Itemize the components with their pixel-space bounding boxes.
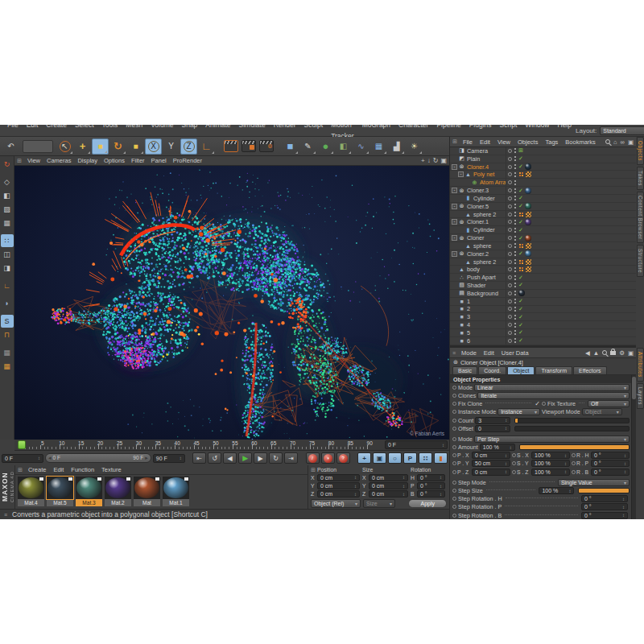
play-loop-button[interactable]: ↻	[269, 452, 283, 464]
search-icon[interactable]	[605, 138, 610, 146]
side-tab-takes[interactable]: Takes	[637, 167, 644, 190]
record-dot-icon[interactable]	[452, 470, 456, 474]
next-frame-button[interactable]: ▶	[254, 452, 267, 464]
y-axis-lock[interactable]: Y	[163, 138, 180, 155]
record-dot-icon[interactable]	[452, 386, 456, 390]
enable-toggle-icon[interactable]	[508, 275, 512, 279]
spinner-icon[interactable]: ↕	[624, 453, 626, 458]
workplane-mode[interactable]: ▦	[1, 217, 14, 229]
coord-field-position-y[interactable]: 0 cm↕	[317, 482, 360, 489]
spinner-icon[interactable]: ↕	[354, 492, 357, 497]
spinner-icon[interactable]: ↕	[505, 426, 507, 431]
lock-workplane[interactable]: ▦	[1, 346, 14, 359]
object-row-poly-net[interactable]: -▲Poly net	[450, 171, 636, 179]
key-pla-button[interactable]: ∷	[419, 452, 432, 464]
rotate-tool[interactable]: ↻	[109, 138, 126, 155]
enable-toggle-icon[interactable]	[508, 307, 512, 311]
play-forwards-button[interactable]: ▶	[238, 452, 252, 464]
material-mat-3[interactable]: Mat.3	[76, 477, 102, 506]
step-rotation-field[interactable]: 0 °↕	[581, 512, 628, 519]
object-row-2[interactable]: ■2✓	[450, 306, 636, 314]
enable-toggle-icon[interactable]	[508, 204, 512, 208]
home-icon[interactable]: ⌂	[613, 138, 617, 146]
display-tag-icon[interactable]	[518, 212, 524, 217]
texture-mode[interactable]: ▨	[1, 203, 14, 216]
edges-mode[interactable]: ◫	[1, 248, 14, 261]
expand-toggle[interactable]: -	[452, 219, 457, 225]
coord-size-dropdown[interactable]: Size▾	[363, 499, 395, 508]
side-tab-objects[interactable]: Objects	[637, 137, 644, 165]
record-dot-icon[interactable]	[452, 461, 456, 465]
om-menu-edit[interactable]: Edit	[477, 138, 493, 146]
object-row-body[interactable]: ▲body	[450, 266, 636, 274]
playhead[interactable]	[18, 440, 26, 449]
enable-toggle-icon[interactable]	[508, 236, 512, 240]
object-row-background[interactable]: ▤Background	[450, 290, 636, 298]
object-row-cloner-5[interactable]: -⊛Cloner.5✓	[450, 203, 636, 211]
material-mat[interactable]: Mat	[134, 477, 160, 506]
record-dot-icon[interactable]	[512, 470, 516, 474]
enable-toggle-icon[interactable]	[508, 180, 512, 184]
object-row-cylinder[interactable]: ▮Cylinder✓	[450, 226, 636, 234]
spinner-icon[interactable]: ↕	[440, 484, 442, 489]
object-row-camera[interactable]: ◨Camera⊞	[450, 147, 636, 155]
side-tab-attributes[interactable]: Attributes	[637, 348, 644, 382]
object-row-sphere-2[interactable]: ▲sphere 2	[450, 258, 636, 266]
enable-toggle-icon[interactable]	[508, 172, 512, 176]
enable-toggle-icon[interactable]	[508, 291, 512, 295]
display-tag-icon[interactable]	[518, 171, 524, 177]
record-dot-icon[interactable]	[572, 470, 576, 474]
enable-toggle-icon[interactable]	[508, 283, 512, 287]
frame-icon[interactable]: ▣	[628, 138, 634, 146]
coord-field-position-z[interactable]: 0 cm↕	[317, 490, 360, 497]
am-menu-edit[interactable]: Edit	[481, 349, 497, 357]
spinner-icon[interactable]: ↕	[568, 489, 571, 493]
spinner-icon[interactable]: ↕	[354, 475, 357, 480]
record-dot-icon[interactable]	[512, 453, 516, 457]
record-dot-icon[interactable]	[572, 453, 576, 457]
visibility-dots-icon[interactable]	[514, 275, 517, 281]
uvw-tag-icon[interactable]	[526, 259, 531, 265]
offset-field[interactable]: 0↕	[475, 425, 510, 432]
visibility-dots-icon[interactable]	[514, 298, 517, 304]
step-size-field[interactable]: 100 %↕	[539, 487, 574, 494]
coordinate-system-tool[interactable]: ∟	[198, 138, 215, 155]
viewport-menu-display[interactable]: Display	[74, 157, 101, 164]
instance-mode-dropdown[interactable]: Instance▾	[497, 408, 540, 415]
enable-toggle-icon[interactable]	[508, 220, 512, 224]
add-pen-spline-button[interactable]: ✎	[299, 138, 316, 155]
material-menu-texture[interactable]: Texture	[98, 466, 125, 473]
record-dot-icon[interactable]	[452, 402, 456, 406]
viewport-menu-filter[interactable]: Filter	[128, 157, 148, 164]
spinner-icon[interactable]: ↕	[622, 505, 625, 510]
visibility-dots-icon[interactable]	[514, 314, 517, 320]
enable-toggle-icon[interactable]	[508, 323, 512, 327]
visibility-dots-icon[interactable]	[514, 180, 517, 186]
record-active-objects-button[interactable]: /	[306, 452, 320, 464]
spinner-icon[interactable]: ↕	[622, 497, 625, 502]
fix-clone-checkbox[interactable]: ✓	[535, 400, 540, 407]
viewport-menu-view[interactable]: View	[24, 157, 43, 164]
record-dot-icon[interactable]	[542, 402, 546, 406]
material-mat-5[interactable]: Mat.5	[47, 477, 73, 506]
enable-toggle-icon[interactable]	[508, 315, 512, 319]
viewport-menu-panel[interactable]: Panel	[148, 157, 170, 164]
spinner-icon[interactable]: ↕	[564, 469, 567, 474]
object-row-cloner-3[interactable]: -⊛Cloner.3✓	[450, 187, 636, 195]
object-row-push-apart[interactable]: ∴Push Apart✓	[450, 274, 636, 282]
enable-toggle-icon[interactable]	[508, 299, 512, 303]
enable-toggle-icon[interactable]	[508, 213, 512, 217]
model-mode[interactable]: ◇	[1, 175, 14, 188]
record-dot-icon[interactable]	[452, 497, 456, 501]
spinner-icon[interactable]: ↕	[180, 456, 182, 460]
side-tab-structure[interactable]: Structure	[637, 245, 644, 277]
amount-field[interactable]: 100 %↕	[480, 444, 515, 451]
coord-field-rotation-b[interactable]: 0 °↕	[417, 490, 445, 497]
visibility-dots-icon[interactable]	[514, 258, 517, 265]
object-row-cloner-1[interactable]: -⊛Cloner.1✓	[450, 218, 636, 226]
autokey-button[interactable]: ▮	[434, 452, 448, 464]
z-axis-lock[interactable]: Z	[180, 138, 197, 155]
material-menu-function[interactable]: Function	[68, 466, 97, 473]
visibility-dots-icon[interactable]	[514, 147, 517, 154]
object-row-6[interactable]: ■6✓	[450, 337, 636, 345]
